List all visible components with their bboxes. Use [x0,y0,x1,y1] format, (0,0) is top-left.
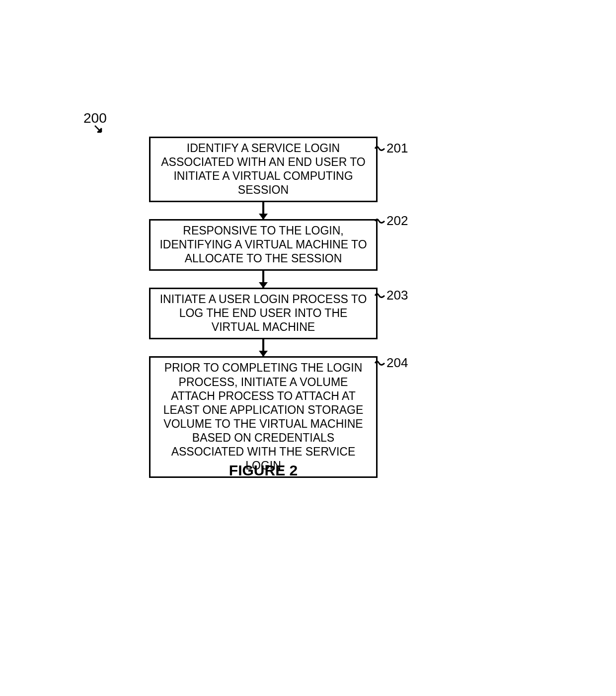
step-id: 203 [386,288,408,303]
leader-line-icon [375,217,385,226]
step-box: PRIOR TO COMPLETING THE LOGIN PROCESS, I… [149,356,378,477]
diagram-pointer-icon [94,125,103,134]
leader-line-icon [375,144,385,153]
connector-arrow [262,202,264,219]
diagram-number: 200 [83,110,107,126]
step-label: 201 [375,141,408,156]
step-box: INITIATE A USER LOGIN PROCESS TO LOG THE… [149,288,378,339]
step-203: INITIATE A USER LOGIN PROCESS TO LOG THE… [144,288,383,339]
connector-arrow [262,339,264,356]
step-label: 203 [375,288,408,303]
step-id: 204 [386,355,408,371]
step-box: IDENTIFY A SERVICE LOGIN ASSOCIATED WITH… [149,137,378,202]
connector-arrow [262,271,264,288]
figure-caption: FIGURE 2 [0,462,527,479]
leader-line-icon [375,359,385,368]
step-204: PRIOR TO COMPLETING THE LOGIN PROCESS, I… [144,356,383,477]
step-202: RESPONSIVE TO THE LOGIN, IDENTIFYING A V… [144,219,383,271]
step-id: 202 [386,213,408,229]
step-box: RESPONSIVE TO THE LOGIN, IDENTIFYING A V… [149,219,378,271]
step-id: 201 [386,141,408,156]
leader-line-icon [375,291,385,300]
step-label: 202 [375,213,408,229]
step-201: IDENTIFY A SERVICE LOGIN ASSOCIATED WITH… [144,137,383,202]
flowchart: IDENTIFY A SERVICE LOGIN ASSOCIATED WITH… [144,137,383,478]
step-label: 204 [375,355,408,371]
